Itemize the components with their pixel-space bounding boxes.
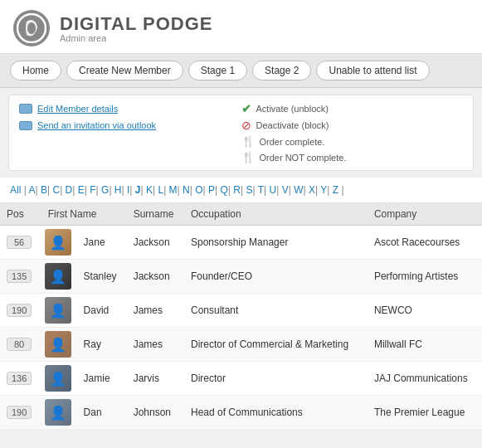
legend-order-not-complete: 🍴 Order NOT complete.: [241, 151, 464, 163]
header: DIGITAL PODGE Admin area: [0, 0, 482, 54]
block-icon: ⊘: [241, 119, 251, 132]
alpha-Q[interactable]: Q: [221, 184, 228, 196]
table-row[interactable]: 80 👤 Ray James Director of Commercial & …: [0, 328, 482, 362]
legend-order-complete: 🍴 Order complete.: [241, 135, 464, 148]
app-title: DIGITAL PODGE: [60, 13, 213, 35]
cell-first-name: Stanley: [77, 260, 127, 294]
alpha-X[interactable]: X: [309, 184, 315, 196]
alpha-W[interactable]: W: [294, 184, 303, 196]
alpha-K[interactable]: K: [146, 184, 153, 196]
cell-surname: Jackson: [127, 226, 184, 260]
cell-pos: 80: [0, 328, 41, 362]
cell-first-name: Jamie: [77, 362, 127, 396]
cell-avatar: 👤: [41, 294, 77, 328]
alpha-M[interactable]: M: [169, 184, 178, 196]
cell-pos: 56: [0, 226, 41, 260]
alpha-nav: All | A| B| C| D| E| F| G| H| I| J| K| L…: [0, 178, 482, 203]
cell-company: NEWCO: [368, 294, 482, 328]
alpha-O[interactable]: O: [195, 184, 202, 196]
legend-edit-label: Edit Member details: [37, 104, 118, 114]
order-not-complete-icon: 🍴: [241, 151, 255, 163]
cell-first-name: Jane: [77, 226, 127, 260]
logo-icon: [13, 10, 50, 46]
table-row[interactable]: 190 👤 David James Consultant NEWCO: [0, 294, 482, 328]
legend-invite[interactable]: Send an invitation via outlook: [19, 119, 241, 132]
legend-activate: ✔ Activate (unblock): [241, 102, 464, 115]
avatar: 👤: [45, 229, 71, 256]
avatar: 👤: [45, 365, 71, 392]
alpha-P[interactable]: P: [208, 184, 215, 196]
nav-stage2[interactable]: Stage 2: [252, 61, 311, 80]
alpha-G[interactable]: G: [101, 184, 109, 196]
cell-pos: 136: [0, 362, 41, 396]
alpha-all[interactable]: All: [10, 184, 21, 196]
legend-edit[interactable]: Edit Member details: [19, 102, 241, 115]
cell-surname: James: [127, 328, 184, 362]
alpha-T[interactable]: T: [258, 184, 264, 196]
alpha-Z[interactable]: Z: [333, 184, 338, 196]
cell-avatar: 👤: [41, 396, 77, 430]
cell-occupation: Consultant: [184, 294, 368, 328]
table-row[interactable]: 136 👤 Jamie Jarvis Director JAJ Communic…: [0, 362, 482, 396]
cell-surname: Jarvis: [127, 362, 184, 396]
order-complete-icon: 🍴: [241, 135, 255, 148]
nav-bar: Home Create New Member Stage 1 Stage 2 U…: [0, 54, 482, 88]
alpha-A[interactable]: A: [28, 184, 35, 196]
app-subtitle: Admin area: [60, 33, 213, 43]
cell-surname: Johnson: [127, 396, 184, 430]
cell-occupation: Director: [184, 362, 368, 396]
cell-pos: 135: [0, 260, 41, 294]
cell-avatar: 👤: [41, 260, 77, 294]
envelope-icon: [19, 121, 32, 130]
avatar: 👤: [45, 263, 71, 290]
cell-avatar: 👤: [41, 362, 77, 396]
alpha-V[interactable]: V: [282, 184, 289, 196]
cell-occupation: Founder/CEO: [184, 260, 368, 294]
alpha-U[interactable]: U: [270, 184, 277, 196]
table-header-row: Pos First Name Surname Occupation Compan…: [0, 203, 482, 226]
cell-occupation: Director of Commercial & Marketing: [184, 328, 368, 362]
alpha-H[interactable]: H: [114, 184, 122, 196]
alpha-E[interactable]: E: [78, 184, 85, 196]
legend-invite-label: Send an invitation via outlook: [37, 120, 156, 130]
legend-order-complete-label: Order complete.: [260, 137, 325, 147]
alpha-C[interactable]: C: [52, 184, 60, 196]
edit-icon: [19, 104, 32, 114]
cell-surname: James: [127, 294, 184, 328]
table-row[interactable]: 190 👤 Dan Johnson Head of Communications…: [0, 396, 482, 430]
col-occupation: Occupation: [184, 203, 368, 226]
cell-company: Performing Artistes: [368, 260, 482, 294]
legend-order-not-complete-label: Order NOT complete.: [260, 153, 347, 163]
cell-first-name: Dan: [77, 396, 127, 430]
cell-company: Millwall FC: [368, 328, 482, 362]
col-surname: Surname: [127, 203, 184, 226]
col-company: Company: [368, 203, 482, 226]
alpha-F[interactable]: F: [90, 184, 95, 196]
nav-create-member[interactable]: Create New Member: [66, 61, 183, 80]
members-table: Pos First Name Surname Occupation Compan…: [0, 203, 482, 430]
alpha-B[interactable]: B: [41, 184, 47, 196]
table-row[interactable]: 56 👤 Jane Jackson Sponsorship Manager As…: [0, 226, 482, 260]
avatar: 👤: [45, 331, 71, 358]
alpha-D[interactable]: D: [66, 184, 73, 196]
legend: Edit Member details ✔ Activate (unblock)…: [8, 95, 474, 171]
alpha-R[interactable]: R: [233, 184, 241, 196]
alpha-N[interactable]: N: [183, 184, 190, 196]
nav-home[interactable]: Home: [10, 61, 61, 80]
logo-text: DIGITAL PODGE Admin area: [60, 13, 213, 43]
avatar: 👤: [45, 399, 71, 426]
cell-company: Ascot Racecourses: [368, 226, 482, 260]
col-first-name: First Name: [41, 203, 127, 226]
nav-unable-to-attend[interactable]: Unable to attend list: [316, 61, 429, 80]
col-pos: Pos: [0, 203, 41, 226]
cell-avatar: 👤: [41, 328, 77, 362]
cell-first-name: Ray: [77, 328, 127, 362]
svg-point-1: [27, 22, 36, 34]
table-row[interactable]: 135 👤 Stanley Jackson Founder/CEO Perfor…: [0, 260, 482, 294]
cell-pos: 190: [0, 396, 41, 430]
cell-occupation: Sponsorship Manager: [184, 226, 368, 260]
nav-stage1[interactable]: Stage 1: [188, 61, 247, 80]
cell-occupation: Head of Communications: [184, 396, 368, 430]
legend-deactivate: ⊘ Deactivate (block): [241, 119, 464, 132]
cell-avatar: 👤: [41, 226, 77, 260]
